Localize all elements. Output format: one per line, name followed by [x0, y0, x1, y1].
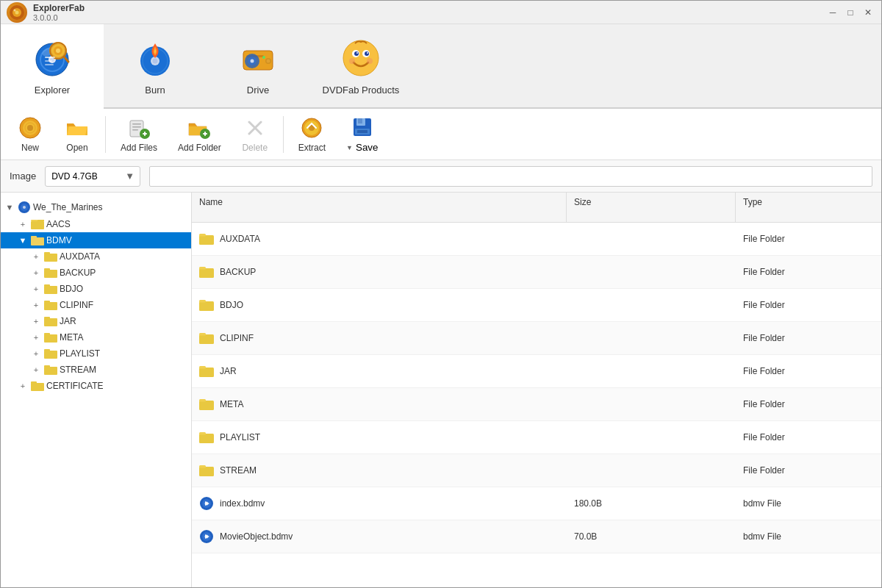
maximize-button[interactable]: □ — [843, 5, 858, 20]
tab-drive[interactable]: Drive — [207, 24, 309, 107]
svg-point-40 — [349, 58, 355, 64]
open-button[interactable]: Open — [55, 112, 99, 157]
cell-size — [567, 365, 736, 377]
folder-playlist-icon — [44, 348, 57, 359]
tree-item-auxdata[interactable]: + AUXDATA — [1, 248, 191, 265]
folder-bdmv-icon — [31, 234, 44, 246]
save-button[interactable]: ▼ Save — [337, 111, 387, 157]
svg-rect-101 — [199, 368, 214, 377]
tree-clipinf-toggle[interactable]: + — [30, 301, 42, 309]
tree-item-certificate[interactable]: + CERTIFICATE — [1, 378, 191, 394]
tree-item-clipinf[interactable]: + CLIPINF — [1, 297, 191, 313]
tree-aacs-toggle[interactable]: + — [17, 220, 29, 229]
list-row[interactable]: PLAYLIST File Folder 2021/9/30 18:07 — [192, 421, 881, 454]
content-area: ▼ We_The_Marines + AACS — [1, 193, 881, 587]
cell-name: PLAYLIST — [192, 425, 567, 450]
list-row[interactable]: META File Folder 2021/9/30 18:07 — [192, 388, 881, 421]
add-folder-button[interactable]: Add Folder — [169, 112, 230, 157]
close-button[interactable]: ✕ — [861, 5, 875, 20]
cell-size — [567, 233, 736, 245]
tree-root[interactable]: ▼ We_The_Marines — [1, 198, 191, 216]
tree-item-bdjo[interactable]: + BDJO — [1, 281, 191, 297]
list-row[interactable]: MovieObject.bdmv 70.0B bdmv File 2018/10… — [192, 520, 881, 553]
cell-name: index.bdmv — [192, 490, 567, 517]
tree-backup-toggle[interactable]: + — [30, 268, 42, 277]
minimize-button[interactable]: ─ — [825, 5, 840, 20]
list-row[interactable]: STREAM File Folder 2021/9/30 18:07 — [192, 454, 881, 487]
tab-dvdfab-label: DVDFab Products — [323, 85, 400, 96]
tree-item-jar[interactable]: + JAR — [1, 313, 191, 329]
toolbar: New Open — [1, 109, 881, 160]
list-body: AUXDATA File Folder 2021/9/30 18:07 BACK… — [192, 223, 881, 553]
svg-rect-81 — [44, 302, 57, 310]
cell-name: META — [192, 392, 567, 417]
image-path-bar[interactable] — [149, 166, 872, 187]
toolbar-sep-1 — [105, 116, 106, 153]
tree-stream-toggle[interactable]: + — [30, 365, 42, 374]
image-select[interactable]: DVD 4.7GB DVD 8.5GB BD 25GB BD 50GB — [45, 166, 140, 187]
tab-explorer[interactable]: Explorer — [1, 24, 104, 109]
add-folder-icon — [187, 116, 211, 140]
tree-bdjo-toggle[interactable]: + — [30, 284, 42, 293]
nav-tabs: Explorer Burn — [1, 24, 881, 109]
svg-rect-83 — [44, 318, 57, 326]
tree-item-bdmv[interactable]: ▼ BDMV — [1, 232, 191, 248]
cell-name: AUXDATA — [192, 226, 567, 251]
svg-rect-102 — [199, 366, 206, 369]
svg-rect-48 — [132, 123, 141, 125]
svg-point-31 — [262, 56, 265, 59]
cell-type: File Folder — [736, 294, 881, 316]
tab-burn[interactable]: Burn — [104, 24, 207, 107]
delete-button[interactable]: Delete — [233, 112, 277, 157]
tree-jar-toggle[interactable]: + — [30, 317, 42, 326]
svg-point-41 — [367, 58, 373, 64]
tree-item-stream[interactable]: + STREAM — [1, 362, 191, 378]
cell-size — [567, 299, 736, 311]
svg-rect-97 — [199, 301, 214, 311]
save-icon — [351, 115, 374, 139]
svg-rect-95 — [199, 268, 214, 278]
folder-bdjo-icon — [44, 283, 57, 295]
svg-point-2 — [15, 10, 19, 14]
svg-rect-105 — [199, 434, 214, 443]
tab-drive-label: Drive — [247, 85, 269, 96]
tree-certificate-label: CERTIFICATE — [46, 381, 104, 391]
svg-point-30 — [267, 60, 270, 63]
list-row[interactable]: BACKUP File Folder 2021/9/30 18:07 — [192, 256, 881, 289]
list-row[interactable]: BDJO File Folder 2021/9/30 18:07 — [192, 289, 881, 322]
folder-aacs-icon — [31, 218, 44, 230]
col-type[interactable]: Type — [736, 193, 881, 222]
tree-playlist-toggle[interactable]: + — [30, 349, 42, 358]
list-row[interactable]: JAR File Folder 2021/9/30 18:07 — [192, 355, 881, 388]
tree-bdmv-toggle[interactable]: ▼ — [17, 236, 29, 245]
tree-item-meta[interactable]: + META — [1, 329, 191, 345]
extract-button[interactable]: Extract — [290, 112, 334, 157]
list-row[interactable]: CLIPINF File Folder 2021/9/30 18:07 — [192, 322, 881, 355]
list-row[interactable]: AUXDATA File Folder 2021/9/30 18:07 — [192, 223, 881, 256]
svg-rect-107 — [199, 467, 214, 476]
add-files-button[interactable]: Add Files — [112, 112, 166, 157]
tree-item-playlist[interactable]: + PLAYLIST — [1, 345, 191, 362]
tree-root-toggle[interactable]: ▼ — [4, 203, 15, 212]
svg-rect-99 — [199, 334, 214, 344]
tree-meta-toggle[interactable]: + — [30, 333, 42, 342]
app-info: ExplorerFab 3.0.0.0 — [33, 3, 85, 22]
svg-rect-53 — [144, 132, 146, 136]
svg-rect-91 — [31, 383, 44, 391]
app-logo — [7, 2, 27, 23]
cell-size — [567, 431, 736, 443]
tree-certificate-toggle[interactable]: + — [17, 381, 29, 390]
cell-type: File Folder — [736, 393, 881, 415]
svg-rect-104 — [199, 399, 206, 402]
list-row[interactable]: index.bdmv 180.0B bdmv File 2018/10/09 0… — [192, 487, 881, 520]
title-bar-left: ExplorerFab 3.0.0.0 — [7, 2, 85, 23]
svg-rect-17 — [45, 60, 52, 62]
tree-item-aacs[interactable]: + AACS — [1, 216, 191, 232]
new-button[interactable]: New — [8, 112, 52, 157]
tab-dvdfab[interactable]: DVDFab Products — [309, 24, 412, 107]
folder-meta-icon — [44, 331, 57, 343]
tree-auxdata-toggle[interactable]: + — [30, 252, 42, 261]
col-name[interactable]: Name — [192, 193, 567, 222]
col-size[interactable]: Size — [567, 193, 736, 222]
tree-item-backup[interactable]: + BACKUP — [1, 265, 191, 281]
